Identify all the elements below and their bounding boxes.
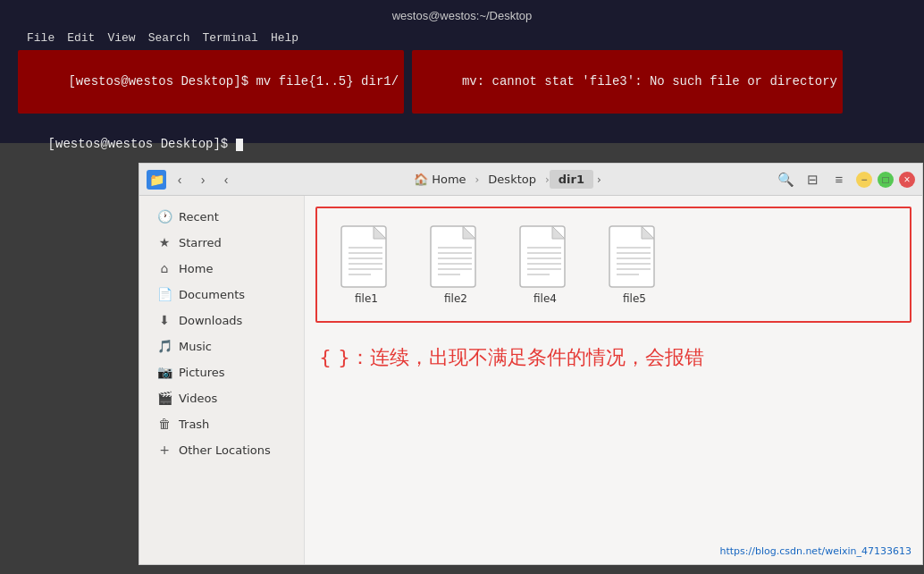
sidebar-item-starred[interactable]: ★ Starred — [143, 230, 300, 255]
terminal-line-2: mv: cannot stat 'file3': No such file or… — [417, 52, 838, 112]
pictures-icon: 📷 — [157, 365, 172, 379]
sidebar-item-downloads[interactable]: ⬇ Downloads — [143, 308, 300, 333]
sidebar-item-trash[interactable]: 🗑 Trash — [143, 411, 300, 436]
sidebar-item-other-locations[interactable]: + Other Locations — [143, 437, 300, 462]
file-item-file2[interactable]: file2 — [416, 217, 496, 312]
maximize-button[interactable]: □ — [878, 172, 894, 188]
fm-logo-icon: 📁 — [147, 170, 166, 190]
close-button[interactable]: × — [899, 172, 915, 188]
fm-content: 🕐 Recent ★ Starred ⌂ Home 📄 Documents ⬇ … — [139, 196, 922, 564]
view-toggle-button[interactable]: ⊟ — [801, 168, 824, 191]
sidebar-item-videos[interactable]: 🎬 Videos — [143, 385, 300, 410]
fm-breadcrumb: 🏠 Home › Desktop › dir1 › — [236, 170, 774, 189]
nav-back-button[interactable]: ‹ — [170, 170, 189, 190]
file-item-file1[interactable]: file1 — [326, 217, 407, 312]
fm-sidebar: 🕐 Recent ★ Starred ⌂ Home 📄 Documents ⬇ … — [139, 196, 305, 564]
sidebar-item-home[interactable]: ⌂ Home — [143, 256, 300, 281]
sidebar-item-recent[interactable]: 🕐 Recent — [143, 204, 300, 229]
file4-icon — [518, 224, 572, 289]
nav-up-button[interactable]: ‹ — [216, 170, 236, 190]
breadcrumb-desktop[interactable]: Desktop — [479, 170, 545, 189]
file5-icon — [608, 224, 661, 289]
bottom-link: https://blog.csdn.net/weixin_47133613 — [719, 545, 911, 557]
file2-label: file2 — [444, 292, 467, 305]
terminal-line-1: [westos@westos Desktop]$ mv file{1..5} d… — [23, 52, 399, 112]
trash-icon: 🗑 — [157, 417, 172, 431]
sidebar-item-pictures[interactable]: 📷 Pictures — [143, 359, 300, 384]
home-sidebar-icon: ⌂ — [157, 261, 172, 275]
annotation-text: { }：连续，出现不满足条件的情况，会报错 — [315, 337, 911, 378]
fm-left-controls: 📁 ‹ › ‹ — [147, 170, 236, 190]
fm-titlebar: 📁 ‹ › ‹ 🏠 Home › Desktop › dir1 › 🔍 ⊟ ≡ — [139, 164, 922, 196]
file5-label: file5 — [623, 292, 646, 305]
menu-search[interactable]: Search — [148, 31, 190, 45]
other-locations-icon: + — [157, 443, 172, 457]
menu-edit[interactable]: Edit — [67, 31, 95, 45]
breadcrumb-dir1[interactable]: dir1 — [550, 170, 593, 189]
menu-file[interactable]: File — [27, 31, 55, 45]
music-icon: 🎵 — [157, 339, 172, 353]
file1-label: file1 — [355, 292, 378, 305]
menu-view[interactable]: View — [107, 31, 135, 45]
videos-icon: 🎬 — [157, 391, 172, 405]
terminal-cursor — [236, 139, 243, 151]
terminal-menubar: File Edit View Search Terminal Help — [18, 30, 906, 48]
file1-icon — [340, 224, 393, 289]
minimize-button[interactable]: − — [856, 172, 872, 188]
breadcrumb-expand[interactable]: › — [593, 171, 605, 189]
search-button[interactable]: 🔍 — [774, 168, 797, 191]
file4-label: file4 — [533, 292, 557, 305]
file-item-file4[interactable]: file4 — [505, 217, 585, 312]
downloads-icon: ⬇ — [157, 313, 172, 327]
documents-icon: 📄 — [157, 287, 172, 301]
file-grid: file1 — [315, 207, 911, 323]
menu-terminal[interactable]: Terminal — [202, 31, 257, 45]
fm-main: file1 — [305, 196, 922, 564]
file-item-file5[interactable]: file5 — [594, 217, 675, 312]
sidebar-item-documents[interactable]: 📄 Documents — [143, 282, 300, 307]
terminal-title: westos@westos:~/Desktop — [18, 9, 906, 22]
file2-icon — [429, 224, 483, 289]
home-icon: 🏠 — [414, 173, 428, 186]
starred-icon: ★ — [157, 235, 172, 249]
breadcrumb-home[interactable]: 🏠 Home — [405, 170, 475, 189]
sidebar-item-music[interactable]: 🎵 Music — [143, 333, 300, 359]
fm-right-controls: 🔍 ⊟ ≡ − □ × — [774, 168, 915, 191]
terminal: westos@westos:~/Desktop File Edit View S… — [0, 0, 924, 143]
file-manager: 📁 ‹ › ‹ 🏠 Home › Desktop › dir1 › 🔍 ⊟ ≡ — [139, 163, 923, 565]
menu-button[interactable]: ≡ — [827, 168, 851, 191]
menu-help[interactable]: Help — [271, 31, 298, 45]
nav-forward-button[interactable]: › — [193, 170, 213, 190]
recent-icon: 🕐 — [157, 209, 172, 224]
